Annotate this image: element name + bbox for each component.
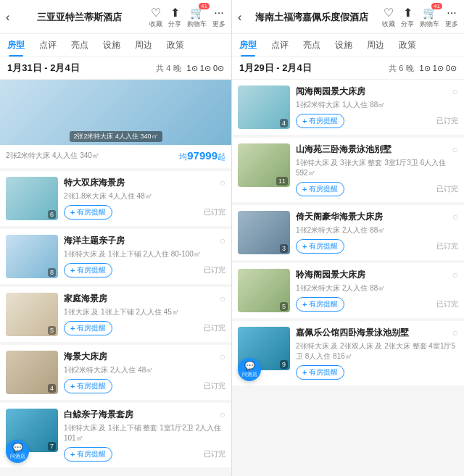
room-name-row: 特大双床海景房○ <box>64 177 225 189</box>
remind-button[interactable]: +有房提醒 <box>64 263 112 277</box>
header-action-0[interactable]: ♡收藏 <box>382 6 395 29</box>
remind-label: 有房提醒 <box>77 265 106 275</box>
tab-3[interactable]: 设施 <box>96 34 128 57</box>
room-name-row: 倚天阁豪华海景大床房○ <box>296 211 458 223</box>
room-list: 2张2米特大床 4人入住 340㎡2张2米特大床 4人入住 340㎡均97999… <box>0 80 231 476</box>
room-description: 2张特大床 及 2张双人床 及 2张大床 整套 4室1厅5卫 8人入住 816㎡ <box>296 341 458 362</box>
room-name-row: 家庭海景房○ <box>64 293 225 305</box>
sold-out-label: 已订完 <box>436 241 458 251</box>
room-item[interactable]: 5聆海阁园景大床房○1张2米特大床 2人入住 88㎡+有房提醒已订完 <box>232 263 464 318</box>
room-thumbnail: 5 <box>238 269 290 312</box>
header-action-0[interactable]: ♡收藏 <box>149 6 162 29</box>
remind-button[interactable]: +有房提醒 <box>64 205 112 220</box>
header-action-2[interactable]: 🛒41购物车 <box>187 6 207 29</box>
plus-icon: + <box>302 368 307 377</box>
sold-out-label: 已订完 <box>436 116 458 126</box>
back-button[interactable]: ‹ <box>238 11 241 24</box>
action-label-2: 购物车 <box>187 20 207 29</box>
header-action-1[interactable]: ⬆分享 <box>401 6 414 29</box>
tab-4[interactable]: 周边 <box>360 34 392 57</box>
tab-0[interactable]: 房型 <box>232 34 264 57</box>
room-description: 1张2米特大床 2人入住 88㎡ <box>296 225 458 235</box>
plus-icon: + <box>302 185 307 193</box>
header-actions: ♡收藏⬆分享🛒41购物车···更多 <box>149 6 225 29</box>
plus-icon: + <box>70 208 75 217</box>
remind-button[interactable]: +有房提醒 <box>296 239 344 254</box>
remind-button[interactable]: +有房提醒 <box>64 447 112 462</box>
back-button[interactable]: ‹ <box>6 11 9 24</box>
tab-bar: 房型点评亮点设施周边政策 <box>232 34 464 57</box>
remind-label: 有房提醒 <box>309 241 338 251</box>
tab-4[interactable]: 周边 <box>128 34 160 57</box>
tab-5[interactable]: 政策 <box>392 34 423 57</box>
action-icon-1: ⬆ <box>403 6 413 20</box>
room-item[interactable]: 8海洋主题亲子房○1张特大床 及 1张上下铺 2人入住 80-100㎡+有房提醒… <box>0 229 231 284</box>
room-image-featured: 2张2米特大床 4人入住 340㎡ <box>0 80 231 145</box>
room-list: 4闻海阁园景大床房○1张2米特大床 1人入住 88㎡+有房提醒已订完11山海苑三… <box>232 80 464 476</box>
header-action-2[interactable]: 🛒41购物车 <box>420 6 439 29</box>
room-large-info: 2张2米特大床 4人入住 340㎡均97999起 <box>0 145 231 168</box>
nights-label: 共 4 晚 <box>156 63 181 74</box>
contact-hotel-button[interactable]: 💬问酒店 <box>238 358 261 381</box>
header-action-3[interactable]: ···更多 <box>445 7 458 29</box>
room-item-featured[interactable]: 2张2米特大床 4人入住 340㎡2张2米特大床 4人入住 340㎡均97999… <box>0 80 231 168</box>
remind-button[interactable]: +有房提醒 <box>296 365 344 380</box>
date-bar[interactable]: 1月31日 - 2月4日共 4 晚1⊙ 1⊙ 0⊙ <box>0 57 231 80</box>
header-action-1[interactable]: ⬆分享 <box>168 6 181 29</box>
remind-button[interactable]: +有房提醒 <box>296 114 344 128</box>
remind-button[interactable]: +有房提醒 <box>64 379 112 393</box>
room-image-label: 2张2米特大床 4人入住 340㎡ <box>69 131 162 142</box>
date-bar[interactable]: 1月29日 - 2月4日共 6 晚1⊙ 1⊙ 0⊙ <box>232 57 464 80</box>
tab-1[interactable]: 点评 <box>264 34 296 57</box>
contact-hotel-button[interactable]: 💬问酒店 <box>6 440 29 463</box>
room-name: 白鲸亲子海景套房 <box>64 409 220 421</box>
room-name: 山海苑三卧海景泳池别墅 <box>296 143 452 156</box>
tab-2[interactable]: 亮点 <box>64 34 96 57</box>
sold-out-label: 已订完 <box>204 449 225 459</box>
action-icon-0: ♡ <box>384 6 394 20</box>
action-label-1: 分享 <box>401 20 414 29</box>
tab-2[interactable]: 亮点 <box>296 34 328 57</box>
remind-button[interactable]: +有房提醒 <box>296 182 344 196</box>
room-item[interactable]: 5家庭海景房○1张大床 及 1张上下铺 2人入住 45㎡+有房提醒已订完 <box>0 287 231 342</box>
room-name-row: 山海苑三卧海景泳池别墅○ <box>296 143 458 156</box>
room-check-icon: ○ <box>452 143 458 155</box>
hotel-name: 三亚亚特兰蒂斯酒店 <box>14 12 145 24</box>
remind-button[interactable]: +有房提醒 <box>296 297 344 312</box>
remind-label: 有房提醒 <box>77 207 106 217</box>
room-thumbnail: 5 <box>6 293 58 336</box>
header: ‹海南土福湾嘉佩乐度假酒店♡收藏⬆分享🛒41购物车···更多 <box>232 0 464 34</box>
room-info: 特大双床海景房○2张1.8米大床 4人入住 48㎡+有房提醒已订完 <box>64 177 225 220</box>
room-description: 2张1.8米大床 4人入住 48㎡ <box>64 191 225 201</box>
tab-1[interactable]: 点评 <box>32 34 64 57</box>
room-item[interactable]: 11山海苑三卧海景泳池别墅○1张特大床 及 3张大床 整套 3室1厅3卫 6人入… <box>232 138 464 202</box>
room-item[interactable]: 3倚天阁豪华海景大床房○1张2米特大床 2人入住 88㎡+有房提醒已订完 <box>232 205 464 260</box>
contact-label: 问酒店 <box>10 453 25 460</box>
room-image-count: 4 <box>48 384 56 393</box>
room-image-count: 9 <box>280 360 288 369</box>
tab-0[interactable]: 房型 <box>0 34 32 57</box>
room-actions: +有房提醒已订完 <box>64 321 225 335</box>
room-item[interactable]: 7白鲸亲子海景套房○1张特大床 及 1张上下铺 整套 1室1厅2卫 2人入住 1… <box>0 403 231 467</box>
room-actions: +有房提醒 <box>296 365 458 380</box>
tab-5[interactable]: 政策 <box>160 34 191 57</box>
plus-icon: + <box>70 382 75 391</box>
room-actions: +有房提醒已订完 <box>296 114 458 128</box>
tab-3[interactable]: 设施 <box>328 34 360 57</box>
room-info: 海洋主题亲子房○1张特大床 及 1张上下铺 2人入住 80-100㎡+有房提醒已… <box>64 235 225 278</box>
room-item[interactable]: 4海景大床房○1张2米特大床 2人入住 48㎡+有房提醒已订完 <box>0 345 231 400</box>
room-description: 1张大床 及 1张上下铺 2人入住 45㎡ <box>64 307 225 317</box>
room-thumbnail: 3 <box>238 211 290 254</box>
date-info: 共 6 晚1⊙ 1⊙ 0⊙ <box>389 63 457 74</box>
header-action-3[interactable]: ···更多 <box>212 7 225 29</box>
room-image-count: 7 <box>48 442 56 451</box>
header-actions: ♡收藏⬆分享🛒41购物车···更多 <box>382 6 458 29</box>
room-actions: +有房提醒已订完 <box>296 239 458 254</box>
room-item[interactable]: 4闻海阁园景大床房○1张2米特大床 1人入住 88㎡+有房提醒已订完 <box>232 80 464 135</box>
remind-button[interactable]: +有房提醒 <box>64 321 112 335</box>
room-item[interactable]: 6特大双床海景房○2张1.8米大床 4人入住 48㎡+有房提醒已订完 <box>0 171 231 226</box>
room-item[interactable]: 9嘉佩乐公馆四卧海景泳池别墅○2张特大床 及 2张双人床 及 2张大床 整套 4… <box>232 321 464 385</box>
room-check-icon: ○ <box>452 211 458 222</box>
room-info: 白鲸亲子海景套房○1张特大床 及 1张上下铺 整套 1室1厅2卫 2人入住 10… <box>64 409 225 462</box>
action-label-2: 购物车 <box>420 20 439 29</box>
